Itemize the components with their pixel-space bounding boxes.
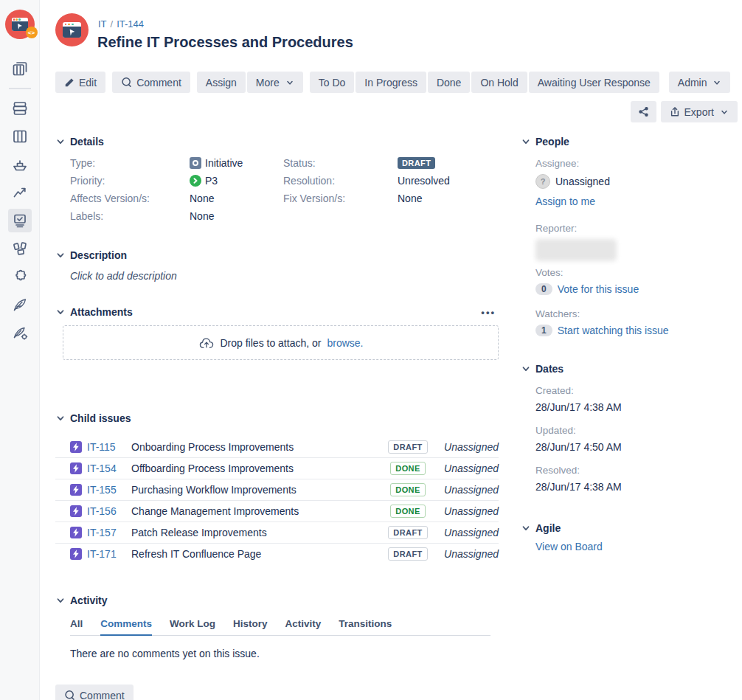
status-label: Status: <box>283 157 398 169</box>
workflow-button-in-progress[interactable]: In Progress <box>356 72 426 93</box>
project-sidebar: <> <box>0 0 40 700</box>
tab-comments[interactable]: Comments <box>100 618 152 636</box>
tab-all[interactable]: All <box>70 618 83 636</box>
child-issue-row: IT-157Patch Release ImprovementsDRAFTUna… <box>55 521 499 543</box>
purple-bolt-icon <box>70 527 82 538</box>
collapse-chevron-icon[interactable] <box>55 595 66 606</box>
priority-p3-icon <box>190 175 201 187</box>
backlog-icon <box>11 100 29 117</box>
more-menu-button[interactable]: More <box>247 72 303 93</box>
resolution-value: Unresolved <box>398 175 499 187</box>
child-issue-row: IT-115Onboarding Process ImprovementsDRA… <box>55 436 499 457</box>
collapse-chevron-icon[interactable] <box>55 307 66 317</box>
collapse-chevron-icon[interactable] <box>521 364 531 374</box>
child-issue-key-link[interactable]: IT-156 <box>87 505 125 517</box>
code-badge-icon: <> <box>26 27 38 38</box>
assign-button[interactable]: Assign <box>197 72 246 93</box>
child-issue-key-link[interactable]: IT-115 <box>87 441 125 453</box>
child-issue-key-link[interactable]: IT-155 <box>87 484 125 496</box>
sidebar-item-board[interactable] <box>8 125 32 148</box>
purple-bolt-icon <box>70 548 82 560</box>
browse-link[interactable]: browse. <box>327 337 363 349</box>
attachments-heading: Attachments <box>70 306 133 318</box>
reporter-redacted-value <box>535 239 617 261</box>
ship-icon <box>11 156 29 173</box>
collapse-chevron-icon[interactable] <box>55 136 66 147</box>
comment-button[interactable]: Comment <box>112 72 190 93</box>
sidebar-item-addons[interactable] <box>8 265 32 288</box>
child-issue-row: IT-154Offboarding Process ImprovementsDO… <box>55 457 499 479</box>
description-heading: Description <box>70 249 127 261</box>
collapse-chevron-icon[interactable] <box>55 413 66 423</box>
sidebar-item-issues[interactable] <box>8 209 32 232</box>
child-issue-key-link[interactable]: IT-154 <box>87 462 125 474</box>
affects-version-value: None <box>190 193 283 204</box>
people-heading: People <box>535 136 569 148</box>
type-label: Type: <box>70 157 190 169</box>
workflow-button-awaiting-user-response[interactable]: Awaiting User Response <box>529 72 659 93</box>
cloud-upload-icon <box>198 336 215 350</box>
child-issue-assignee: Unassigned <box>431 527 499 538</box>
child-issue-assignee: Unassigned <box>431 548 499 560</box>
sidebar-item-components[interactable] <box>8 237 32 260</box>
child-issue-summary: Onboarding Process Improvements <box>131 441 385 453</box>
sidebar-item-backlog[interactable] <box>8 97 32 120</box>
sidebar-item-releases[interactable] <box>8 153 32 176</box>
workflow-button-todo[interactable]: To Do <box>310 72 355 93</box>
labels-value: None <box>190 210 283 222</box>
purple-bolt-icon <box>70 505 82 517</box>
pencil-icon <box>64 77 74 88</box>
edit-button[interactable]: Edit <box>55 72 105 93</box>
share-export-toolbar: Export <box>631 101 738 122</box>
speech-bubble-icon <box>64 690 75 700</box>
child-issue-assignee: Unassigned <box>431 484 499 496</box>
collapse-chevron-icon[interactable] <box>521 136 531 147</box>
tab-transitions[interactable]: Transitions <box>339 618 392 636</box>
fix-version-value: None <box>398 193 499 204</box>
comment-button-bottom[interactable]: Comment <box>55 685 134 700</box>
watchers-label: Watchers: <box>535 308 741 319</box>
collapse-chevron-icon[interactable] <box>55 250 66 260</box>
watch-link[interactable]: Start watching this issue <box>558 325 669 336</box>
browser-window-icon <box>12 18 28 31</box>
boards-stack-icon <box>11 60 29 77</box>
child-issue-row: IT-171Refresh IT Confluence PageDRAFTUna… <box>55 543 499 564</box>
description-placeholder[interactable]: Click to add description <box>70 270 499 282</box>
admin-menu-button[interactable]: Admin <box>669 72 731 93</box>
breadcrumb-project-link[interactable]: IT <box>98 18 107 30</box>
watchers-count-badge: 1 <box>535 325 552 336</box>
view-on-board-link[interactable]: View on Board <box>535 541 603 552</box>
sidebar-item-tempo-settings[interactable] <box>8 321 32 344</box>
assign-to-me-link[interactable]: Assign to me <box>535 195 595 207</box>
export-menu-button[interactable]: Export <box>661 101 738 122</box>
child-issue-key-link[interactable]: IT-171 <box>87 548 125 560</box>
child-issue-key-link[interactable]: IT-157 <box>87 527 125 538</box>
breadcrumb-issue-link[interactable]: IT-144 <box>117 18 144 30</box>
board-columns-icon <box>11 128 29 145</box>
attachment-dropzone[interactable]: Drop files to attach, or browse. <box>63 325 499 360</box>
workflow-button-done[interactable]: Done <box>428 72 470 93</box>
activity-tabs: AllCommentsWork LogHistoryActivityTransi… <box>70 618 490 636</box>
child-issue-summary: Purchasing Workflow Improvements <box>131 484 385 496</box>
sidebar-item-tempo[interactable] <box>8 293 32 316</box>
vote-link[interactable]: Vote for this issue <box>558 283 639 295</box>
created-label: Created: <box>535 385 741 396</box>
tab-history[interactable]: History <box>233 618 268 636</box>
resolved-value: 28/Jun/17 4:38 AM <box>535 481 741 493</box>
child-issue-status-badge: DONE <box>390 483 425 496</box>
project-logo[interactable]: <> <box>5 10 35 39</box>
collapse-chevron-icon[interactable] <box>521 523 531 533</box>
share-button[interactable] <box>631 101 656 122</box>
attachments-more-button[interactable]: ••• <box>478 307 499 318</box>
breadcrumb-separator: / <box>111 18 114 30</box>
child-issues-heading: Child issues <box>70 412 131 424</box>
sidebar-item-boards[interactable] <box>8 57 32 80</box>
tab-work-log[interactable]: Work Log <box>170 618 215 636</box>
sidebar-item-reports[interactable] <box>8 181 32 204</box>
reporter-label: Reporter: <box>535 223 741 234</box>
workflow-button-on-hold[interactable]: On Hold <box>471 72 527 93</box>
agile-section: Agile View on Board <box>521 522 741 552</box>
speech-bubble-icon <box>121 77 132 88</box>
child-issue-row: IT-155Purchasing Workflow ImprovementsDO… <box>55 479 499 500</box>
tab-activity[interactable]: Activity <box>285 618 322 636</box>
